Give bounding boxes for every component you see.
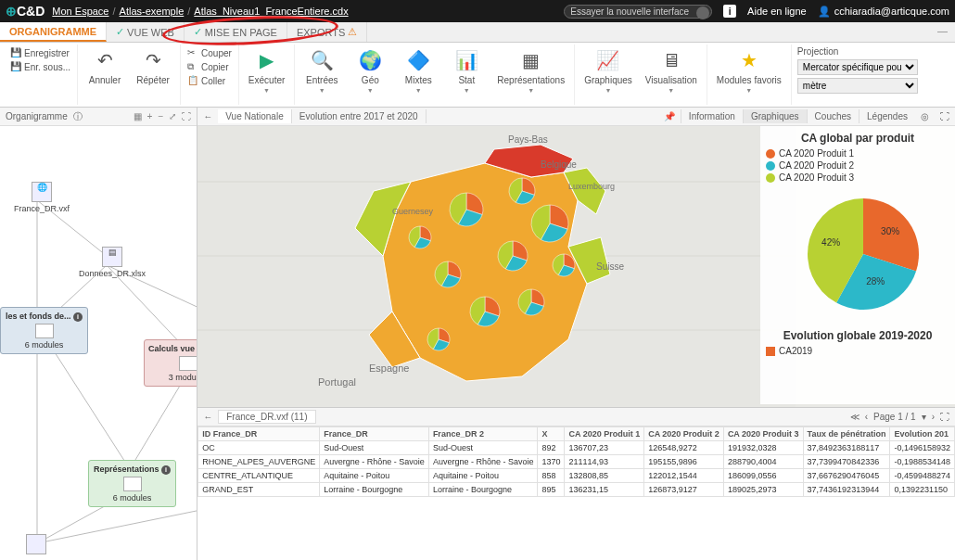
node-file[interactable]: 🌐France_DR.vxf <box>14 182 70 213</box>
column-header[interactable]: CA 2020 Produit 3 <box>723 427 803 441</box>
redo-button[interactable]: ↷Répéter <box>132 46 174 86</box>
try-new-interface-toggle[interactable]: Essayer la nouvelle interface <box>564 5 712 19</box>
back-icon[interactable]: ← <box>203 412 212 422</box>
column-header[interactable]: Taux de pénétration <box>803 427 890 441</box>
tab-mise-en-page[interactable]: ✓MISE EN PAGE <box>185 22 287 42</box>
node-group[interactable]: Calculs vue natio... i3 modules <box>144 339 197 387</box>
graphiques-button[interactable]: 📈Graphiques▼ <box>580 46 636 95</box>
panel-title: Organigramme <box>6 111 68 121</box>
grid-icon[interactable]: ▦ <box>134 111 142 121</box>
grid-icon: ▦ <box>518 47 544 73</box>
pager-next-icon[interactable]: › <box>932 412 935 422</box>
target-icon[interactable]: ◎ <box>915 109 935 123</box>
projection-select[interactable]: Mercator spécifique pou... <box>797 59 918 75</box>
info-icon[interactable]: ⓘ <box>73 110 83 123</box>
expand-icon[interactable]: ⛶ <box>940 412 949 422</box>
pie-chart: 30%28%42% <box>766 185 942 324</box>
node-file[interactable]: ▤Donnees_DR.xlsx <box>79 247 146 278</box>
visualisation-button[interactable]: 🖥Visualisation▼ <box>642 46 701 95</box>
column-header[interactable]: Evolution 201 <box>890 427 955 441</box>
node-group[interactable]: Représentations i6 modules <box>88 460 176 507</box>
back-icon[interactable]: ← <box>197 111 218 121</box>
table-tab[interactable]: France_DR.vxf (11) <box>218 410 315 424</box>
svg-text:Belgique: Belgique <box>541 159 577 170</box>
table-row[interactable]: RHONE_ALPES_AUVERGNEAuvergne - Rhône - S… <box>198 455 955 469</box>
tab-graphiques[interactable]: Graphiques <box>743 109 807 123</box>
representations-button[interactable]: ▦Représentations▼ <box>493 46 568 95</box>
main-tabs: ORGANIGRAMME ✓VUE WEB ✓MISE EN PAGE EXPO… <box>0 22 955 43</box>
column-header[interactable]: France_DR <box>320 427 429 441</box>
table-row[interactable]: OCSud-OuestSud-Ouest892136707,23126548,9… <box>198 441 955 455</box>
pager-label: Page 1 / 1 <box>873 412 916 422</box>
xlsx-icon: ▤ <box>102 247 122 267</box>
map-france: Pays-Bas Belgique Luxembourg Suisse Espa… <box>197 126 796 407</box>
tab-couches[interactable]: Couches <box>807 109 859 123</box>
fit-icon[interactable]: ⤢ <box>169 111 176 121</box>
svg-text:Espagne: Espagne <box>369 363 409 374</box>
expand-icon[interactable]: ⛶ <box>182 111 191 121</box>
node-group[interactable]: les et fonds de... i6 modules <box>0 307 88 354</box>
help-link[interactable]: Aide en ligne <box>747 6 807 17</box>
remove-icon[interactable]: − <box>158 111 163 121</box>
pin-icon[interactable]: 📌 <box>658 109 681 123</box>
svg-line-6 <box>130 376 185 469</box>
mixtes-button[interactable]: 🔷Mixtes▼ <box>397 46 439 95</box>
info-icon[interactable]: i <box>723 5 736 18</box>
tab-organigramme[interactable]: ORGANIGRAMME <box>0 22 107 42</box>
map-tab[interactable]: Vue Nationale <box>218 109 291 123</box>
ribbon-toolbar: 💾Enregistrer 💾Enr. sous... ↶Annuler ↷Rép… <box>0 43 955 108</box>
search-icon: 🔍 <box>309 47 335 73</box>
paste-button[interactable]: 📋Coller <box>186 74 233 87</box>
table-row[interactable]: CENTRE_ATLANTIQUEAquitaine - PoitouAquit… <box>198 469 955 483</box>
mixtes-icon: 🔷 <box>405 47 431 73</box>
geo-button[interactable]: 🌍Géo▼ <box>349 46 391 95</box>
add-icon[interactable]: + <box>147 111 153 121</box>
tab-information[interactable]: Information <box>681 109 743 123</box>
svg-text:Suisse: Suisse <box>596 261 624 272</box>
user-menu[interactable]: 👤 cchiaradia@articque.com <box>818 6 949 18</box>
map-tab[interactable]: Evolution entre 2017 et 2020 <box>292 109 427 123</box>
copy-button[interactable]: ⧉Copier <box>186 60 233 73</box>
map-header: ← Vue Nationale Evolution entre 2017 et … <box>197 108 955 126</box>
svg-text:30%: 30% <box>881 226 899 236</box>
tab-legendes[interactable]: Légendes <box>859 109 915 123</box>
organigramme-canvas[interactable]: 🌐France_DR.vxf ▤Donnees_DR.xlsx les et f… <box>0 126 197 560</box>
collapse-ribbon-icon[interactable]: — <box>930 22 955 42</box>
svg-text:42%: 42% <box>821 237 840 248</box>
breadcrumb-item[interactable]: Mon Espace <box>52 6 108 17</box>
chart-title: CA global par produit <box>766 132 949 145</box>
star-icon: ★ <box>736 47 762 73</box>
breadcrumb-item[interactable]: Atlas-exemple <box>120 6 185 17</box>
subchart-title: Evolution globale 2019-2020 <box>766 329 949 342</box>
tab-exports[interactable]: EXPORTS⚠ <box>287 22 367 42</box>
expand-icon[interactable]: ⛶ <box>935 109 955 123</box>
cut-button[interactable]: ✂Couper <box>186 46 233 59</box>
svg-text:Pays-Bas: Pays-Bas <box>508 134 548 145</box>
pager-prev-icon[interactable]: ‹ <box>865 412 868 422</box>
column-header[interactable]: X <box>538 427 565 441</box>
undo-button[interactable]: ↶Annuler <box>83 46 126 86</box>
breadcrumb-item[interactable]: Atlas_Niveau1_FranceEntiere.cdx <box>194 6 348 17</box>
tab-vue-web[interactable]: ✓VUE WEB <box>107 22 185 42</box>
save-as-button[interactable]: 💾Enr. sous... <box>9 60 71 73</box>
top-bar: ⊕C&D Mon Espace/ Atlas-exemple/ Atlas_Ni… <box>0 0 955 22</box>
column-header[interactable]: CA 2020 Produit 1 <box>565 427 644 441</box>
execute-button[interactable]: ▶Exécuter▼ <box>245 46 288 95</box>
stat-icon: 📊 <box>453 47 479 73</box>
data-table[interactable]: ID France_DRFrance_DRFrance_DR 2XCA 2020… <box>197 426 955 560</box>
svg-text:28%: 28% <box>866 276 885 286</box>
table-row[interactable]: GRAND_ESTLorraine - BourgogneLorraine - … <box>198 483 955 497</box>
column-header[interactable]: CA 2020 Produit 2 <box>644 427 724 441</box>
column-header[interactable]: France_DR 2 <box>428 427 538 441</box>
chart-icon: 📈 <box>595 47 621 73</box>
unit-select[interactable]: mètre <box>797 78 918 94</box>
entrees-button[interactable]: 🔍Entrées▼ <box>300 46 343 95</box>
favorites-button[interactable]: ★Modules favoris▼ <box>713 46 785 95</box>
node-module[interactable] <box>26 534 46 556</box>
map-viewport[interactable]: Pays-Bas Belgique Luxembourg Suisse Espa… <box>197 126 955 407</box>
stat-button[interactable]: 📊Stat▼ <box>445 46 488 95</box>
column-header[interactable]: ID France_DR <box>198 427 320 441</box>
pager-first-icon[interactable]: ≪ <box>850 412 860 422</box>
save-button[interactable]: 💾Enregistrer <box>9 46 71 59</box>
redo-icon: ↷ <box>140 47 166 73</box>
